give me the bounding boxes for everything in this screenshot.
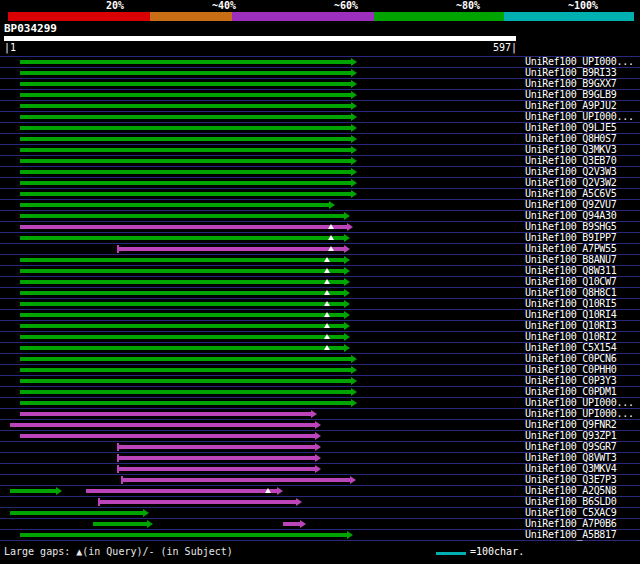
hit-id-link[interactable]: UniRef100_UPI000...	[525, 57, 634, 67]
alignment-bar[interactable]	[93, 522, 146, 526]
hit-id-link[interactable]: UniRef100_Q2V3W2	[525, 178, 617, 188]
hit-id-link[interactable]: UniRef100_C0PHH0	[525, 365, 617, 375]
hit-id-link[interactable]: UniRef100_B9RI33	[525, 68, 617, 78]
hit-id-link[interactable]: UniRef100_UPI000...	[525, 112, 634, 122]
alignment-bar[interactable]	[118, 445, 315, 449]
hit-id-link[interactable]: UniRef100_B8ANU7	[525, 255, 617, 265]
alignment-bar[interactable]	[20, 236, 344, 240]
hit-id-link[interactable]: UniRef100_Q3EB70	[525, 156, 617, 166]
alignment-bar[interactable]	[20, 181, 351, 185]
alignment-arrowhead-icon	[344, 245, 350, 253]
hit-id-link[interactable]: UniRef100_Q93ZP1	[525, 431, 617, 441]
alignment-bar[interactable]	[20, 148, 351, 152]
hit-id-link[interactable]: UniRef100_Q2V3W3	[525, 167, 617, 177]
alignment-bar[interactable]	[118, 247, 344, 251]
alignment-bar[interactable]	[20, 170, 351, 174]
alignment-bar[interactable]	[283, 522, 299, 526]
hit-id-link[interactable]: UniRef100_Q94A30	[525, 211, 617, 221]
alignment-bar[interactable]	[20, 137, 351, 141]
hit-id-link[interactable]: UniRef100_A5C6V5	[525, 189, 617, 199]
hit-id-link[interactable]: UniRef100_Q8H8C1	[525, 288, 617, 298]
alignment-bar[interactable]	[20, 346, 344, 350]
alignment-bar[interactable]	[20, 313, 344, 317]
alignment-bar[interactable]	[20, 60, 351, 64]
hit-id-link[interactable]: UniRef100_C5XAC9	[525, 508, 617, 518]
hit-id-link[interactable]: UniRef100_B9SHG5	[525, 222, 617, 232]
hit-id-link[interactable]: UniRef100_B6SLD0	[525, 497, 617, 507]
alignment-bar[interactable]	[99, 500, 296, 504]
alignment-bar[interactable]	[20, 379, 351, 383]
alignment-bar[interactable]	[20, 126, 351, 130]
alignment-bar[interactable]	[20, 82, 351, 86]
hit-id-link[interactable]: UniRef100_Q10RI5	[525, 299, 617, 309]
alignment-bar[interactable]	[20, 71, 351, 75]
alignment-bar[interactable]	[10, 489, 56, 493]
hit-id-link[interactable]: UniRef100_B9IPP7	[525, 233, 617, 243]
alignment-bar[interactable]	[20, 115, 351, 119]
alignment-arrowhead-icon	[351, 102, 357, 110]
alignment-bar[interactable]	[20, 401, 351, 405]
alignment-bar[interactable]	[20, 302, 344, 306]
hit-id-link[interactable]: UniRef100_Q9LJE5	[525, 123, 617, 133]
alignment-bar[interactable]	[20, 258, 344, 262]
alignment-bar[interactable]	[20, 533, 346, 537]
hit-id-link[interactable]: UniRef100_Q8H0S7	[525, 134, 617, 144]
alignment-bar[interactable]	[20, 324, 344, 328]
hit-id-link[interactable]: UniRef100_Q3E7P3	[525, 475, 617, 485]
hit-id-link[interactable]: UniRef100_C0PCN6	[525, 354, 617, 364]
alignment-bar[interactable]	[20, 412, 310, 416]
hit-id-link[interactable]: UniRef100_Q3MKV4	[525, 464, 617, 474]
hit-id-link[interactable]: UniRef100_A5B817	[525, 530, 617, 540]
alignment-bar[interactable]	[122, 478, 351, 482]
hit-id-link[interactable]: UniRef100_UPI000...	[525, 409, 634, 419]
alignment-bar[interactable]	[20, 357, 351, 361]
alignment-bar[interactable]	[20, 93, 351, 97]
similarity-scale-labels: 20%~40%~60%~80%~100%	[0, 1, 640, 11]
alignment-arrowhead-icon	[351, 377, 357, 385]
alignment-bar[interactable]	[118, 456, 315, 460]
hit-id-link[interactable]: UniRef100_Q3MKV3	[525, 145, 617, 155]
hit-id-link[interactable]: UniRef100_Q10RI2	[525, 332, 617, 342]
hit-id-link[interactable]: UniRef100_Q9ZVU7	[525, 200, 617, 210]
hit-id-link[interactable]: UniRef100_Q8VWT3	[525, 453, 617, 463]
alignment-arrowhead-icon	[344, 289, 350, 297]
alignment-bar[interactable]	[20, 280, 344, 284]
alignment-bar[interactable]	[10, 423, 315, 427]
alignment-bar[interactable]	[20, 214, 344, 218]
hit-id-link[interactable]: UniRef100_Q9SGR7	[525, 442, 617, 452]
alignment-bar[interactable]	[20, 192, 351, 196]
hit-id-link[interactable]: UniRef100_C5X154	[525, 343, 617, 353]
alignment-bar[interactable]	[20, 390, 351, 394]
hit-id-link[interactable]: UniRef100_A2Q5N8	[525, 486, 617, 496]
alignment-bar[interactable]	[20, 269, 344, 273]
hit-id-link[interactable]: UniRef100_A7P0B6	[525, 519, 617, 529]
scale-segment	[150, 12, 232, 21]
alignment-bar[interactable]	[20, 368, 351, 372]
alignment-arrowhead-icon	[351, 179, 357, 187]
alignment-bar[interactable]	[10, 511, 143, 515]
hit-id-link[interactable]: UniRef100_B9GXX7	[525, 79, 617, 89]
hit-id-link[interactable]: UniRef100_C0PDM1	[525, 387, 617, 397]
alignment-arrowhead-icon	[315, 465, 321, 473]
hit-id-link[interactable]: UniRef100_A7PW55	[525, 244, 617, 254]
alignment-bar[interactable]	[86, 489, 278, 493]
hit-id-link[interactable]: UniRef100_Q10RI3	[525, 321, 617, 331]
alignment-bar[interactable]	[20, 434, 315, 438]
alignment-arrowhead-icon	[344, 256, 350, 264]
alignment-bar[interactable]	[20, 291, 344, 295]
hit-id-link[interactable]: UniRef100_C0P3Y3	[525, 376, 617, 386]
hit-id-link[interactable]: UniRef100_UPI000...	[525, 398, 634, 408]
hit-id-link[interactable]: UniRef100_Q10CW7	[525, 277, 617, 287]
hit-id-link[interactable]: UniRef100_B9GLB9	[525, 90, 617, 100]
hit-id-link[interactable]: UniRef100_A9PJU2	[525, 101, 617, 111]
alignment-bar[interactable]	[20, 203, 328, 207]
alignment-bar[interactable]	[20, 335, 344, 339]
alignment-arrowhead-icon	[300, 520, 306, 528]
hit-id-link[interactable]: UniRef100_Q10RI4	[525, 310, 617, 320]
alignment-bar[interactable]	[20, 159, 351, 163]
alignment-bar[interactable]	[118, 467, 315, 471]
alignment-bar[interactable]	[20, 104, 351, 108]
alignment-bar[interactable]	[20, 225, 346, 229]
hit-id-link[interactable]: UniRef100_Q9FNR2	[525, 420, 617, 430]
hit-id-link[interactable]: UniRef100_Q8W311	[525, 266, 617, 276]
